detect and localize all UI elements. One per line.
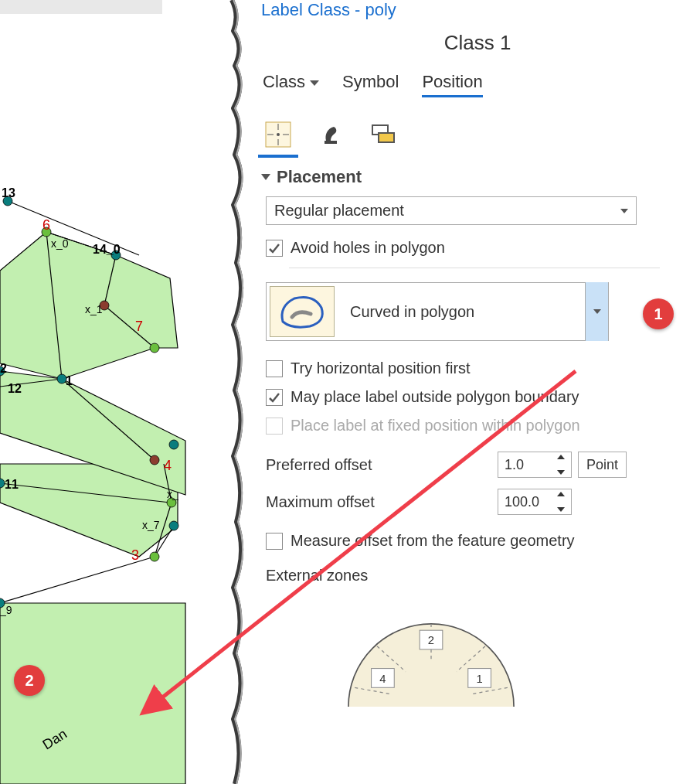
chevron-down-icon	[261, 174, 270, 180]
check-label: Try horizontal position first	[291, 360, 471, 377]
caret-down-icon	[310, 80, 319, 86]
svg-point-21	[169, 440, 178, 449]
node-label: x_7	[142, 519, 160, 531]
check-label: May place label outside polygon boundary	[291, 388, 579, 406]
tab-class[interactable]: Class	[263, 72, 319, 97]
svg-rect-33	[379, 133, 394, 142]
dropdown-value: Regular placement	[274, 202, 404, 220]
checkbox-unchecked-icon[interactable]	[266, 533, 283, 550]
tab-label: Symbol	[342, 72, 399, 91]
tab-symbol[interactable]: Symbol	[342, 72, 399, 97]
checkbox-checked-icon[interactable]	[266, 389, 283, 406]
zone-value[interactable]: 1	[476, 673, 482, 685]
caret-down-icon	[593, 309, 601, 314]
check-fixed-position: Place label at fixed position within pol…	[266, 417, 694, 435]
checkbox-disabled-icon	[266, 418, 283, 435]
conflict-overlap-icon	[369, 121, 397, 148]
placement-style-picker[interactable]: Curved in polygon	[266, 282, 609, 341]
spinner-down-icon[interactable]	[557, 470, 565, 475]
spinner-up-icon[interactable]	[557, 492, 565, 496]
annotation-bubble-2: 2	[14, 665, 45, 696]
field-maximum-offset: Maximum offset 100.0	[266, 489, 694, 515]
torn-edge	[229, 0, 261, 784]
tab-label: Class	[263, 72, 305, 91]
field-label: Maximum offset	[266, 493, 498, 511]
spinner[interactable]	[557, 455, 568, 475]
node-label: 2	[0, 362, 7, 375]
tab-label: Position	[422, 72, 482, 91]
node-label: 12	[8, 382, 22, 395]
subtab-fitting[interactable]	[314, 118, 348, 152]
node-label: 3	[131, 547, 139, 563]
check-label: Place label at fixed position within pol…	[291, 417, 580, 435]
node-label: x_1	[85, 303, 103, 315]
class-title: Class 1	[261, 31, 694, 55]
tab-position[interactable]: Position	[422, 72, 482, 97]
check-try-horizontal[interactable]: Try horizontal position first	[266, 360, 694, 377]
input-value: 100.0	[505, 494, 539, 510]
check-may-outside[interactable]: May place label outside polygon boundary	[266, 388, 694, 406]
node-label: 13	[2, 186, 15, 199]
placement-style-value: Curved in polygon	[338, 303, 585, 321]
section-placement-header[interactable]: Placement	[261, 167, 694, 187]
external-zones-picker[interactable]: 2 4 1	[292, 598, 570, 707]
subtab-placement[interactable]	[261, 118, 295, 152]
check-avoid-holes[interactable]: Avoid holes in polygon	[266, 239, 694, 257]
check-label: Measure offset from the feature geometry	[291, 532, 575, 550]
node-label: 1	[66, 374, 73, 387]
node-label: x_	[167, 488, 178, 500]
unit-dropdown[interactable]: Point	[578, 452, 627, 478]
label-class-panel: Label Class - poly Class 1 Class Symbol …	[261, 0, 700, 784]
annotation-bubble-1: 1	[643, 298, 674, 329]
divider	[289, 268, 660, 268]
section-title: Placement	[277, 167, 362, 187]
svg-point-16	[150, 343, 159, 353]
window-chrome	[0, 0, 162, 14]
node-label: 7	[135, 319, 143, 334]
zone-value[interactable]: 2	[428, 634, 434, 646]
check-label: Avoid holes in polygon	[291, 239, 445, 257]
field-label: Preferred offset	[266, 456, 498, 474]
spinner-up-icon[interactable]	[557, 455, 565, 459]
spinner[interactable]	[557, 492, 568, 512]
placement-type-dropdown[interactable]: Regular placement	[266, 196, 637, 225]
node-label: 6	[42, 217, 50, 233]
tab-bar: Class Symbol Position	[261, 72, 694, 97]
node-label: 4	[164, 458, 172, 473]
external-zones-label: External zones	[266, 567, 694, 585]
maximum-offset-input[interactable]: 100.0	[498, 489, 572, 515]
placement-style-dropdown-button[interactable]	[585, 282, 608, 341]
spinner-down-icon[interactable]	[557, 507, 565, 512]
panel-title-link[interactable]: Label Class - poly	[261, 0, 694, 23]
svg-point-31	[277, 133, 280, 136]
field-preferred-offset: Preferred offset 1.0 Point	[266, 452, 694, 478]
node-label: 14_0	[93, 243, 121, 256]
node-label: 11	[5, 478, 19, 491]
position-subtabs	[261, 118, 694, 152]
preferred-offset-input[interactable]: 1.0	[498, 452, 572, 478]
chess-knight-icon	[317, 121, 345, 148]
input-value: 1.0	[505, 457, 524, 473]
curved-polygon-icon	[270, 286, 335, 337]
svg-point-23	[150, 552, 159, 561]
subtab-conflict[interactable]	[366, 118, 400, 152]
check-measure-offset[interactable]: Measure offset from the feature geometry	[266, 532, 694, 550]
caret-down-icon	[620, 209, 628, 213]
unit-value: Point	[586, 457, 618, 473]
zone-value[interactable]: 4	[379, 673, 386, 685]
checkbox-unchecked-icon[interactable]	[266, 360, 283, 377]
node-label: x_0	[51, 237, 69, 250]
checkbox-checked-icon[interactable]	[266, 240, 283, 257]
node-label: _9	[0, 604, 12, 616]
svg-line-8	[0, 557, 155, 603]
svg-point-19	[150, 455, 159, 465]
placement-target-icon	[264, 121, 292, 148]
svg-point-24	[169, 521, 178, 530]
